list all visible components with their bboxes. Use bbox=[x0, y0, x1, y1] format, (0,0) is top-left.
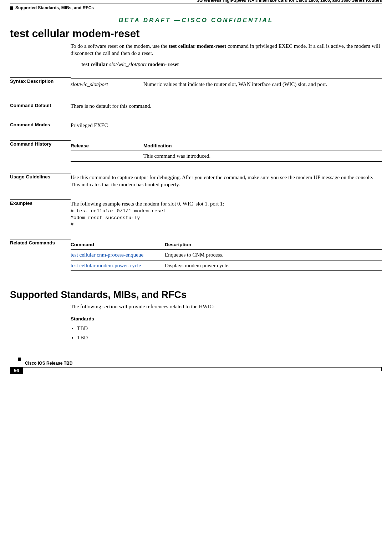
intro-command-name: test cellular modem-reset bbox=[169, 43, 226, 49]
history-col-release: Release bbox=[71, 141, 143, 151]
supported-intro: The following section will provide refer… bbox=[71, 303, 382, 311]
syntax-suffix: modem- reset bbox=[147, 61, 179, 67]
syntax-param: slot/wic_slot/port bbox=[109, 61, 147, 67]
section-usage-guidelines: Usage Guidelines Use this command to cap… bbox=[10, 173, 382, 188]
usage-guidelines-text: Use this command to capture output for d… bbox=[71, 173, 382, 188]
intro-text-pre: To do a software reset on the modem, use… bbox=[71, 43, 169, 49]
table-row: This command was introduced. bbox=[71, 151, 382, 161]
section-syntax-description: Syntax Description slot/wic_slot/port Nu… bbox=[10, 77, 382, 90]
table-row: test cellular modem-power-cycle Displays… bbox=[71, 260, 382, 270]
related-commands-table: Command Description test cellular cnm-pr… bbox=[71, 240, 382, 271]
related-command-desc: Displays modem power cycle. bbox=[165, 260, 382, 270]
page-footer: Cisco IOS Release TBD 56 bbox=[10, 359, 382, 374]
chapter-title: Supported Standards, MIBs, and RFCs bbox=[15, 5, 94, 10]
command-history-table: Release Modification This command was in… bbox=[71, 141, 382, 161]
history-release bbox=[71, 151, 143, 161]
section-label: Command Modes bbox=[10, 121, 71, 129]
related-command-link[interactable]: test cellular cnm-process-enqueue bbox=[71, 252, 143, 258]
doc-title: 3G Wireless High-Speed WAN Interface Car… bbox=[194, 0, 382, 3]
related-col-description: Description bbox=[165, 240, 382, 250]
related-col-command: Command bbox=[71, 240, 165, 250]
section-label: Syntax Description bbox=[10, 77, 71, 90]
examples-intro: The following example resets the modem f… bbox=[71, 200, 382, 207]
table-header-row: Command Description bbox=[71, 240, 382, 250]
section-label: Usage Guidelines bbox=[10, 173, 71, 188]
section-examples: Examples The following example resets th… bbox=[10, 199, 382, 228]
command-default-text: There is no default for this command. bbox=[71, 102, 382, 110]
history-modification: This command was introduced. bbox=[143, 151, 382, 161]
supported-section-body: The following section will provide refer… bbox=[71, 303, 382, 342]
rule-end-tick-icon bbox=[381, 367, 382, 371]
section-label: Related Commands bbox=[10, 239, 71, 271]
table-row: test cellular cnm-process-enqueue Enqueu… bbox=[71, 250, 382, 260]
chapter-header: Supported Standards, MIBs, and RFCs bbox=[10, 5, 382, 10]
examples-code: # test cellular 0/1/1 modem-reset Modem … bbox=[71, 208, 382, 228]
section-command-history: Command History Release Modification Thi… bbox=[10, 140, 382, 161]
header-rule bbox=[10, 4, 382, 4]
section-related-commands: Related Commands Command Description tes… bbox=[10, 239, 382, 271]
section-label: Command Default bbox=[10, 102, 71, 110]
supported-standards-heading: Supported Standards, MIBs, and RFCs bbox=[10, 289, 382, 300]
command-title: test cellular modem-reset bbox=[10, 27, 382, 40]
syntax-param-desc: Numeric values that indicate the router … bbox=[143, 78, 382, 90]
footer-rule bbox=[23, 367, 382, 374]
command-syntax: test cellular slot/wic_slot/port modem- … bbox=[81, 61, 382, 67]
confidential-banner: BETA DRAFT —CISCO CONFIDENTIAL bbox=[10, 17, 382, 24]
list-item: TBD bbox=[77, 324, 382, 333]
section-command-modes: Command Modes Privileged EXEC bbox=[10, 121, 382, 129]
syntax-prefix: test cellular bbox=[81, 61, 109, 67]
page-number: 56 bbox=[10, 367, 23, 374]
doc-title-header: 3G Wireless High-Speed WAN Interface Car… bbox=[10, 0, 382, 4]
square-bullet-icon bbox=[10, 6, 13, 10]
syntax-param-name: slot/wic_slot/port bbox=[71, 78, 143, 90]
standards-subhead: Standards bbox=[71, 315, 382, 323]
syntax-description-table: slot/wic_slot/port Numeric values that i… bbox=[71, 78, 382, 90]
related-command-desc: Enqueues to CNM process. bbox=[165, 250, 382, 260]
command-intro: To do a software reset on the modem, use… bbox=[71, 42, 382, 57]
section-command-default: Command Default There is no default for … bbox=[10, 102, 382, 110]
related-command-link[interactable]: test cellular modem-power-cycle bbox=[71, 263, 141, 268]
footer-release: Cisco IOS Release TBD bbox=[25, 361, 72, 366]
table-header-row: Release Modification bbox=[71, 141, 382, 151]
table-row: slot/wic_slot/port Numeric values that i… bbox=[71, 78, 382, 90]
section-label: Command History bbox=[10, 140, 71, 161]
history-col-modification: Modification bbox=[143, 141, 382, 151]
list-item: TBD bbox=[77, 334, 382, 342]
section-label: Examples bbox=[10, 199, 71, 228]
square-bullet-icon bbox=[18, 358, 21, 361]
standards-list: TBD TBD bbox=[77, 324, 382, 342]
command-modes-text: Privileged EXEC bbox=[71, 121, 382, 129]
